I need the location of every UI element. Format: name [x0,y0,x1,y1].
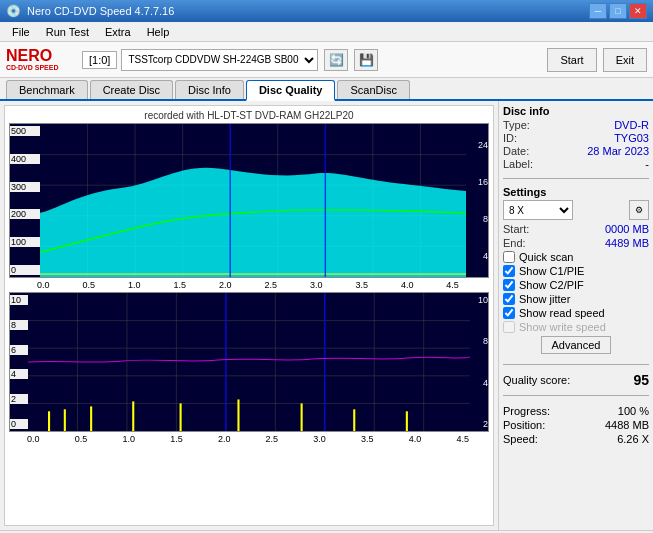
quick-scan-row: Quick scan [503,251,649,263]
settings-title: Settings [503,186,649,198]
divider-3 [503,395,649,396]
minimize-button[interactable]: ─ [589,3,607,19]
lower-x-labels: 0.00.51.01.52.02.53.03.54.04.5 [9,434,489,444]
exit-button[interactable]: Exit [603,48,647,72]
disc-info-section: Disc info Type: DVD-R ID: TYG03 Date: 28… [503,105,649,171]
show-write-speed-label: Show write speed [519,321,606,333]
menu-file[interactable]: File [4,24,38,40]
show-c1pie-label: Show C1/PIE [519,265,584,277]
progress-row: Progress: 100 % [503,405,649,417]
upper-chart-svg [40,124,466,277]
close-button[interactable]: ✕ [629,3,647,19]
tab-benchmark[interactable]: Benchmark [6,80,88,99]
disc-id-label: ID: [503,132,517,144]
show-write-speed-row: Show write speed [503,321,649,333]
upper-x-labels: 0.00.51.01.52.02.53.03.54.04.5 [9,280,489,290]
start-label: Start: [503,223,529,235]
tab-bar: Benchmark Create Disc Disc Info Disc Qua… [0,78,653,101]
show-c1pie-checkbox[interactable] [503,265,515,277]
show-read-speed-row: Show read speed [503,307,649,319]
speed-value: 6.26 X [617,433,649,445]
drive-label: [1:0] [82,51,117,69]
title-bar-left: 💿 Nero CD-DVD Speed 4.7.7.16 [6,4,174,18]
chart-area: recorded with HL-DT-ST DVD-RAM GH22LP20 … [4,105,494,526]
menu-extra[interactable]: Extra [97,24,139,40]
tab-create-disc[interactable]: Create Disc [90,80,173,99]
show-c1pie-row: Show C1/PIE [503,265,649,277]
drive-select[interactable]: TSSTcorp CDDVDW SH-224GB SB00 [121,49,318,71]
chart-title: recorded with HL-DT-ST DVD-RAM GH22LP20 [9,110,489,121]
disc-type-row: Type: DVD-R [503,119,649,131]
disc-label-value: - [645,158,649,170]
progress-value: 100 % [618,405,649,417]
upper-chart: 500 400 300 200 100 0 24 16 8 4 [9,123,489,278]
main-content: recorded with HL-DT-ST DVD-RAM GH22LP20 … [0,101,653,530]
show-write-speed-checkbox[interactable] [503,321,515,333]
disc-id-value: TYG03 [614,132,649,144]
save-button[interactable]: 💾 [354,49,378,71]
position-row: Position: 4488 MB [503,419,649,431]
app-icon: 💿 [6,4,21,18]
tab-disc-info[interactable]: Disc Info [175,80,244,99]
show-c2pif-checkbox[interactable] [503,279,515,291]
progress-label: Progress: [503,405,550,417]
title-bar: 💿 Nero CD-DVD Speed 4.7.7.16 ─ □ ✕ [0,0,653,22]
disc-label-label: Label: [503,158,533,170]
disc-info-title: Disc info [503,105,649,117]
disc-date-row: Date: 28 Mar 2023 [503,145,649,157]
disc-type-value: DVD-R [614,119,649,131]
advanced-button[interactable]: Advanced [541,336,612,354]
quality-score-label: Quality score: [503,374,570,386]
quality-score-value: 95 [633,372,649,388]
tab-disc-quality[interactable]: Disc Quality [246,80,336,101]
show-jitter-row: Show jitter [503,293,649,305]
toolbar: NERO CD·DVD SPEED [1:0] TSSTcorp CDDVDW … [0,42,653,78]
start-value: 0000 MB [605,223,649,235]
position-label: Position: [503,419,545,431]
show-jitter-checkbox[interactable] [503,293,515,305]
title-bar-text: Nero CD-DVD Speed 4.7.7.16 [27,5,174,17]
disc-label-row: Label: - [503,158,649,170]
settings-icon-btn[interactable]: ⚙ [629,200,649,220]
quick-scan-checkbox[interactable] [503,251,515,263]
disc-type-label: Type: [503,119,530,131]
lower-chart-svg [28,293,470,431]
settings-section: Settings 8 X ⚙ Start: 0000 MB End: 4489 … [503,186,649,357]
divider-2 [503,364,649,365]
quality-row: Quality score: 95 [503,372,649,388]
menu-help[interactable]: Help [139,24,178,40]
position-value: 4488 MB [605,419,649,431]
show-read-speed-checkbox[interactable] [503,307,515,319]
show-c2pif-label: Show C2/PIF [519,279,584,291]
refresh-button[interactable]: 🔄 [324,49,348,71]
title-bar-controls[interactable]: ─ □ ✕ [589,3,647,19]
speed-row: 8 X ⚙ [503,200,649,220]
app-logo: NERO CD·DVD SPEED [6,48,76,71]
show-read-speed-label: Show read speed [519,307,605,319]
menu-run-test[interactable]: Run Test [38,24,97,40]
side-panel: Disc info Type: DVD-R ID: TYG03 Date: 28… [498,101,653,530]
disc-date-label: Date: [503,145,529,157]
end-value: 4489 MB [605,237,649,249]
maximize-button[interactable]: □ [609,3,627,19]
show-jitter-label: Show jitter [519,293,570,305]
speed-select[interactable]: 8 X [503,200,573,220]
start-row: Start: 0000 MB [503,223,649,235]
speed-label: Speed: [503,433,538,445]
drive-selector: [1:0] TSSTcorp CDDVDW SH-224GB SB00 [82,49,318,71]
divider-1 [503,178,649,179]
menu-bar: File Run Test Extra Help [0,22,653,42]
lower-chart: 10 8 6 4 2 0 10 8 4 2 [9,292,489,432]
show-c2pif-row: Show C2/PIF [503,279,649,291]
end-row: End: 4489 MB [503,237,649,249]
quick-scan-label: Quick scan [519,251,573,263]
disc-date-value: 28 Mar 2023 [587,145,649,157]
disc-id-row: ID: TYG03 [503,132,649,144]
end-label: End: [503,237,526,249]
progress-section: Progress: 100 % Position: 4488 MB Speed:… [503,405,649,447]
start-button[interactable]: Start [547,48,596,72]
speed-row: Speed: 6.26 X [503,433,649,445]
tab-scan-disc[interactable]: ScanDisc [337,80,409,99]
